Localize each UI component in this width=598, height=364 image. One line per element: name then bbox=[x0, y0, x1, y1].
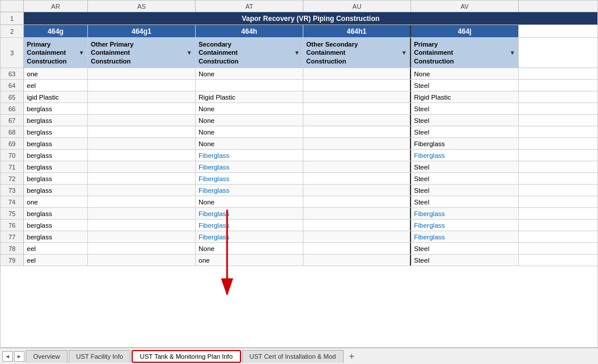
table-row-2: 2 464g 464g1 464h 464h1 464j bbox=[1, 25, 597, 38]
tab-nav-next[interactable]: ► bbox=[14, 351, 24, 362]
table-row: 65 igid Plastic Rigid Plastic Rigid Plas… bbox=[1, 91, 597, 103]
table-row-merged: 1 Vapor Recovery (VR) Piping Constructio… bbox=[1, 12, 597, 25]
cell-2-at: 464h bbox=[196, 25, 303, 37]
table-row: 77 berglass Fiberglass Fiberglass bbox=[1, 231, 597, 243]
table-body: 1 Vapor Recovery (VR) Piping Constructio… bbox=[1, 12, 597, 347]
cell-3-ar-text: PrimaryContainmentConstruction bbox=[27, 40, 66, 65]
tab-ust-cert[interactable]: UST Cert of Installation & Mod bbox=[242, 350, 344, 363]
table-row: 63 one None None bbox=[1, 68, 597, 80]
tab-bar: ◄ ► Overview UST Facility Info UST Tank … bbox=[0, 348, 598, 364]
cell-2-as: 464g1 bbox=[88, 25, 196, 37]
table-row: 69 berglass None Fiberglass bbox=[1, 138, 597, 150]
dropdown-arrow-av[interactable]: ▼ bbox=[509, 49, 515, 56]
cell-3-as[interactable]: Other PrimaryContainmentConstruction ▼ bbox=[88, 38, 196, 68]
cell-3-av-text: PrimaryContainmentConstruction bbox=[414, 40, 454, 65]
tab-ust-facility[interactable]: UST Facility Info bbox=[69, 350, 131, 363]
cell-3-au[interactable]: Other SecondaryContainmentConstruction ▼ bbox=[303, 38, 411, 68]
col-header-as[interactable]: AS bbox=[88, 1, 196, 12]
table-row: 76 berglass Fiberglass Fiberglass bbox=[1, 220, 597, 231]
table-row: 73 berglass Fiberglass Steel bbox=[1, 185, 597, 196]
col-header-ar[interactable]: AR bbox=[24, 1, 88, 12]
tab-nav-prev[interactable]: ◄ bbox=[2, 351, 13, 362]
cell-3-au-text: Other SecondaryContainmentConstruction bbox=[306, 40, 358, 65]
col-header-av[interactable]: AV bbox=[411, 1, 519, 12]
table-row: 70 berglass Fiberglass Fiberglass bbox=[1, 150, 597, 161]
col-header-at[interactable]: AT bbox=[196, 1, 303, 12]
row-num-2: 2 bbox=[1, 25, 24, 37]
tab-ust-tank[interactable]: UST Tank & Monitoring Plan Info bbox=[132, 350, 240, 363]
cell-3-at[interactable]: SecondaryContainmentConstruction ▼ bbox=[196, 38, 303, 68]
cell-3-av[interactable]: PrimaryContainmentConstruction ▼ bbox=[411, 38, 519, 68]
cell-2-au: 464h1 bbox=[303, 25, 411, 37]
table-row: 67 berglass None Steel bbox=[1, 115, 597, 126]
cell-2-av: 464j bbox=[411, 25, 519, 37]
col-header-au[interactable]: AU bbox=[303, 1, 411, 12]
table-row: 72 berglass Fiberglass Steel bbox=[1, 173, 597, 185]
table-row-3: 3 PrimaryContainmentConstruction ▼ Other… bbox=[1, 38, 597, 68]
dropdown-arrow-ar[interactable]: ▼ bbox=[79, 49, 84, 56]
cell-3-ar[interactable]: PrimaryContainmentConstruction ▼ bbox=[24, 38, 88, 68]
dropdown-arrow-au[interactable]: ▼ bbox=[401, 49, 407, 56]
table-row: 75 berglass Fiberglass Fiberglass bbox=[1, 208, 597, 220]
merged-header-cell: Vapor Recovery (VR) Piping Construction bbox=[24, 12, 597, 24]
row-num-1: 1 bbox=[1, 12, 24, 24]
dropdown-arrow-at[interactable]: ▼ bbox=[294, 49, 300, 56]
table-row: 74 one None Steel bbox=[1, 196, 597, 208]
row-num-3: 3 bbox=[1, 38, 24, 68]
table-row: 68 berglass None Steel bbox=[1, 126, 597, 138]
table-row: 78 eel None Steel bbox=[1, 243, 597, 255]
cell-3-at-text: SecondaryContainmentConstruction bbox=[199, 40, 238, 65]
column-headers: AR AS AT AU AV bbox=[1, 1, 597, 12]
cell-2-ar: 464g bbox=[24, 25, 88, 37]
tab-overview[interactable]: Overview bbox=[26, 350, 68, 363]
table-row: 66 berglass None Steel bbox=[1, 103, 597, 115]
cell-3-as-text: Other PrimaryContainmentConstruction bbox=[91, 40, 133, 65]
tab-add-button[interactable]: + bbox=[346, 351, 358, 362]
row-num-header bbox=[1, 1, 24, 12]
table-row: 64 eel Steel bbox=[1, 80, 597, 91]
dropdown-arrow-as[interactable]: ▼ bbox=[186, 49, 192, 56]
table-row: 71 berglass Fiberglass Steel bbox=[1, 161, 597, 173]
table-row: 79 eel one Steel bbox=[1, 255, 597, 266]
